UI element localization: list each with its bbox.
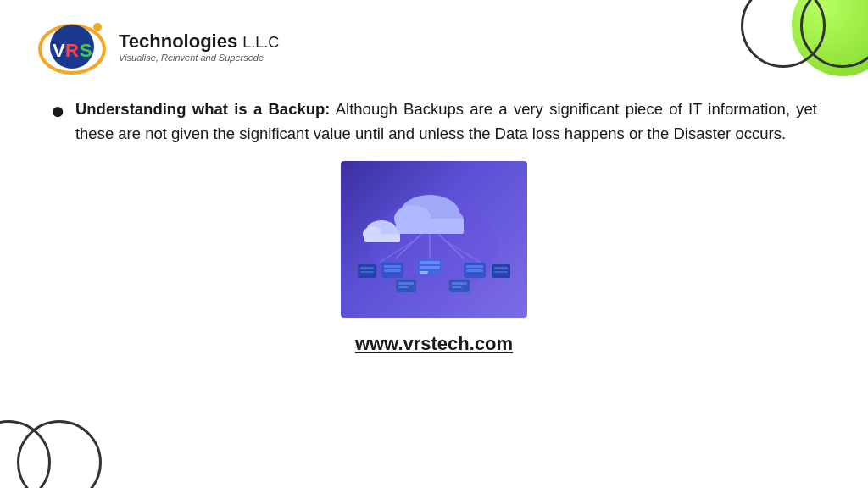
website-link[interactable]: www.vrstech.com bbox=[355, 333, 513, 355]
svg-rect-28 bbox=[466, 265, 483, 268]
backup-cloud-image bbox=[341, 161, 527, 318]
circle-outline-1 bbox=[741, 0, 826, 68]
main-content: ● Understanding what is a Backup: Althou… bbox=[51, 97, 817, 437]
bullet-bold: Understanding what is a Backup: bbox=[75, 100, 331, 118]
svg-rect-22 bbox=[420, 266, 440, 269]
svg-rect-35 bbox=[494, 271, 508, 273]
logo-text: Technologies L.L.C Visualise, Reinvent a… bbox=[119, 30, 279, 63]
svg-rect-36 bbox=[396, 280, 416, 292]
svg-rect-39 bbox=[449, 280, 470, 292]
website-anchor[interactable]: www.vrstech.com bbox=[355, 333, 513, 354]
bullet-dot: ● bbox=[51, 99, 65, 123]
svg-rect-21 bbox=[420, 261, 440, 264]
svg-rect-41 bbox=[452, 286, 462, 288]
svg-rect-38 bbox=[398, 286, 409, 288]
svg-text:V: V bbox=[53, 40, 65, 61]
backup-image-inner bbox=[341, 161, 527, 318]
circle-outline-bl-2 bbox=[0, 420, 51, 488]
svg-rect-23 bbox=[420, 271, 428, 274]
svg-rect-40 bbox=[452, 282, 467, 285]
image-and-link-section: www.vrstech.com bbox=[51, 154, 817, 355]
svg-rect-37 bbox=[398, 282, 414, 285]
bullet-text: Understanding what is a Backup: Although… bbox=[75, 97, 817, 146]
circle-outline-2 bbox=[800, 0, 868, 68]
logo-icon: V R S bbox=[34, 17, 110, 76]
green-circle bbox=[792, 0, 868, 76]
svg-rect-31 bbox=[360, 267, 374, 269]
svg-rect-14 bbox=[364, 234, 400, 242]
company-tagline: Visualise, Reinvent and Supersede bbox=[119, 53, 279, 63]
header: V R S Technologies L.L.C Visualise, Rein… bbox=[34, 17, 279, 76]
bullet-item: ● Understanding what is a Backup: Althou… bbox=[51, 97, 817, 146]
svg-rect-29 bbox=[466, 269, 483, 272]
svg-rect-32 bbox=[360, 271, 374, 273]
company-name: Technologies L.L.C bbox=[119, 30, 279, 53]
svg-rect-10 bbox=[396, 219, 464, 234]
svg-text:S: S bbox=[80, 40, 92, 61]
svg-rect-34 bbox=[494, 267, 508, 269]
svg-rect-25 bbox=[384, 265, 401, 268]
svg-rect-26 bbox=[384, 269, 401, 272]
svg-text:R: R bbox=[65, 40, 79, 61]
svg-point-5 bbox=[93, 23, 102, 31]
